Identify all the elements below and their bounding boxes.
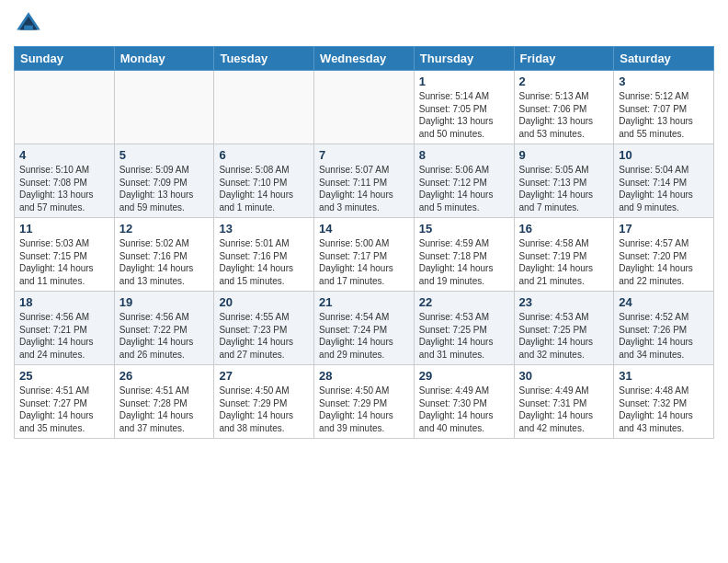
day-info: Sunrise: 4:52 AM Sunset: 7:26 PM Dayligh…	[619, 311, 709, 361]
calendar-cell: 10Sunrise: 5:04 AM Sunset: 7:14 PM Dayli…	[614, 144, 714, 218]
day-info: Sunrise: 5:05 AM Sunset: 7:13 PM Dayligh…	[519, 164, 609, 213]
calendar-cell: 8Sunrise: 5:06 AM Sunset: 7:12 PM Daylig…	[414, 144, 514, 218]
day-info: Sunrise: 5:07 AM Sunset: 7:11 PM Dayligh…	[319, 164, 409, 213]
day-number: 2	[519, 75, 609, 88]
day-info: Sunrise: 4:54 AM Sunset: 7:24 PM Dayligh…	[319, 311, 409, 361]
calendar-cell: 29Sunrise: 4:49 AM Sunset: 7:30 PM Dayli…	[414, 365, 514, 439]
day-number: 17	[619, 222, 709, 236]
day-number: 6	[219, 148, 309, 162]
day-number: 24	[619, 295, 709, 309]
day-info: Sunrise: 4:53 AM Sunset: 7:25 PM Dayligh…	[519, 311, 609, 361]
day-info: Sunrise: 5:10 AM Sunset: 7:08 PM Dayligh…	[19, 164, 109, 213]
day-number: 31	[619, 369, 709, 383]
day-number: 21	[319, 295, 409, 309]
day-number: 29	[419, 369, 509, 383]
calendar-cell: 25Sunrise: 4:51 AM Sunset: 7:27 PM Dayli…	[15, 365, 115, 439]
day-number: 22	[419, 295, 509, 309]
day-info: Sunrise: 4:49 AM Sunset: 7:31 PM Dayligh…	[519, 385, 609, 434]
calendar-week-3: 11Sunrise: 5:03 AM Sunset: 7:15 PM Dayli…	[15, 218, 714, 292]
day-number: 15	[419, 222, 509, 236]
day-info: Sunrise: 4:49 AM Sunset: 7:30 PM Dayligh…	[419, 385, 509, 434]
calendar-cell: 16Sunrise: 4:58 AM Sunset: 7:19 PM Dayli…	[514, 218, 614, 292]
header	[14, 9, 714, 39]
day-info: Sunrise: 5:09 AM Sunset: 7:09 PM Dayligh…	[119, 164, 210, 213]
calendar-cell	[314, 71, 415, 144]
day-number: 19	[119, 295, 210, 309]
day-info: Sunrise: 4:48 AM Sunset: 7:32 PM Dayligh…	[619, 385, 709, 434]
day-info: Sunrise: 4:50 AM Sunset: 7:29 PM Dayligh…	[219, 385, 309, 434]
page: SundayMondayTuesdayWednesdayThursdayFrid…	[0, 0, 728, 448]
calendar-cell: 2Sunrise: 5:13 AM Sunset: 7:06 PM Daylig…	[514, 71, 614, 144]
day-info: Sunrise: 4:51 AM Sunset: 7:28 PM Dayligh…	[119, 385, 210, 434]
calendar-cell: 5Sunrise: 5:09 AM Sunset: 7:09 PM Daylig…	[114, 144, 214, 218]
calendar-cell: 30Sunrise: 4:49 AM Sunset: 7:31 PM Dayli…	[514, 365, 614, 439]
calendar-cell: 22Sunrise: 4:53 AM Sunset: 7:25 PM Dayli…	[414, 292, 514, 365]
day-number: 7	[319, 148, 409, 162]
day-number: 16	[519, 222, 609, 236]
day-number: 9	[519, 148, 609, 162]
calendar-cell: 3Sunrise: 5:12 AM Sunset: 7:07 PM Daylig…	[614, 71, 714, 144]
calendar-week-4: 18Sunrise: 4:56 AM Sunset: 7:21 PM Dayli…	[15, 292, 714, 365]
day-number: 30	[519, 369, 609, 383]
day-info: Sunrise: 4:56 AM Sunset: 7:22 PM Dayligh…	[119, 311, 210, 361]
day-info: Sunrise: 4:57 AM Sunset: 7:20 PM Dayligh…	[619, 237, 709, 287]
weekday-header-thursday: Thursday	[414, 47, 514, 71]
calendar-cell: 17Sunrise: 4:57 AM Sunset: 7:20 PM Dayli…	[614, 218, 714, 292]
day-info: Sunrise: 5:06 AM Sunset: 7:12 PM Dayligh…	[419, 164, 509, 213]
day-info: Sunrise: 4:51 AM Sunset: 7:27 PM Dayligh…	[19, 385, 109, 434]
calendar-cell: 6Sunrise: 5:08 AM Sunset: 7:10 PM Daylig…	[214, 144, 314, 218]
day-info: Sunrise: 4:58 AM Sunset: 7:19 PM Dayligh…	[519, 237, 609, 287]
calendar-cell: 18Sunrise: 4:56 AM Sunset: 7:21 PM Dayli…	[15, 292, 115, 365]
weekday-header-row: SundayMondayTuesdayWednesdayThursdayFrid…	[15, 47, 714, 71]
calendar-week-5: 25Sunrise: 4:51 AM Sunset: 7:27 PM Dayli…	[15, 365, 714, 439]
calendar-week-2: 4Sunrise: 5:10 AM Sunset: 7:08 PM Daylig…	[15, 144, 714, 218]
day-info: Sunrise: 5:03 AM Sunset: 7:15 PM Dayligh…	[19, 237, 109, 287]
calendar-cell: 20Sunrise: 4:55 AM Sunset: 7:23 PM Dayli…	[214, 292, 314, 365]
calendar-cell: 7Sunrise: 5:07 AM Sunset: 7:11 PM Daylig…	[314, 144, 415, 218]
weekday-header-tuesday: Tuesday	[214, 47, 314, 71]
day-number: 23	[519, 295, 609, 309]
day-number: 1	[419, 75, 509, 88]
day-number: 3	[619, 75, 709, 88]
calendar-cell: 19Sunrise: 4:56 AM Sunset: 7:22 PM Dayli…	[114, 292, 214, 365]
logo-icon	[14, 9, 43, 39]
day-number: 8	[419, 148, 509, 162]
weekday-header-friday: Friday	[514, 47, 614, 71]
day-info: Sunrise: 5:14 AM Sunset: 7:05 PM Dayligh…	[419, 90, 509, 140]
day-number: 10	[619, 148, 709, 162]
calendar-week-1: 1Sunrise: 5:14 AM Sunset: 7:05 PM Daylig…	[15, 71, 714, 144]
day-info: Sunrise: 4:53 AM Sunset: 7:25 PM Dayligh…	[419, 311, 509, 361]
calendar-cell: 24Sunrise: 4:52 AM Sunset: 7:26 PM Dayli…	[614, 292, 714, 365]
day-number: 20	[219, 295, 309, 309]
calendar-cell: 9Sunrise: 5:05 AM Sunset: 7:13 PM Daylig…	[514, 144, 614, 218]
day-number: 26	[119, 369, 210, 383]
calendar-cell	[15, 71, 115, 144]
day-number: 14	[319, 222, 409, 236]
day-number: 11	[19, 222, 109, 236]
calendar: SundayMondayTuesdayWednesdayThursdayFrid…	[14, 46, 714, 439]
weekday-header-sunday: Sunday	[15, 47, 115, 71]
calendar-cell: 11Sunrise: 5:03 AM Sunset: 7:15 PM Dayli…	[15, 218, 115, 292]
day-info: Sunrise: 4:50 AM Sunset: 7:29 PM Dayligh…	[319, 385, 409, 434]
day-info: Sunrise: 5:02 AM Sunset: 7:16 PM Dayligh…	[119, 237, 210, 287]
day-info: Sunrise: 5:00 AM Sunset: 7:17 PM Dayligh…	[319, 237, 409, 287]
day-info: Sunrise: 5:01 AM Sunset: 7:16 PM Dayligh…	[219, 237, 309, 287]
day-number: 25	[19, 369, 109, 383]
weekday-header-monday: Monday	[114, 47, 214, 71]
calendar-cell: 27Sunrise: 4:50 AM Sunset: 7:29 PM Dayli…	[214, 365, 314, 439]
day-info: Sunrise: 5:04 AM Sunset: 7:14 PM Dayligh…	[619, 164, 709, 213]
day-number: 12	[119, 222, 210, 236]
day-number: 18	[19, 295, 109, 309]
svg-rect-2	[24, 26, 33, 30]
calendar-cell	[114, 71, 214, 144]
day-info: Sunrise: 4:55 AM Sunset: 7:23 PM Dayligh…	[219, 311, 309, 361]
logo-area	[14, 9, 47, 39]
calendar-cell: 1Sunrise: 5:14 AM Sunset: 7:05 PM Daylig…	[414, 71, 514, 144]
day-number: 4	[19, 148, 109, 162]
calendar-cell: 12Sunrise: 5:02 AM Sunset: 7:16 PM Dayli…	[114, 218, 214, 292]
calendar-cell	[214, 71, 314, 144]
calendar-cell: 4Sunrise: 5:10 AM Sunset: 7:08 PM Daylig…	[15, 144, 115, 218]
day-number: 5	[119, 148, 210, 162]
calendar-cell: 23Sunrise: 4:53 AM Sunset: 7:25 PM Dayli…	[514, 292, 614, 365]
day-info: Sunrise: 5:08 AM Sunset: 7:10 PM Dayligh…	[219, 164, 309, 213]
